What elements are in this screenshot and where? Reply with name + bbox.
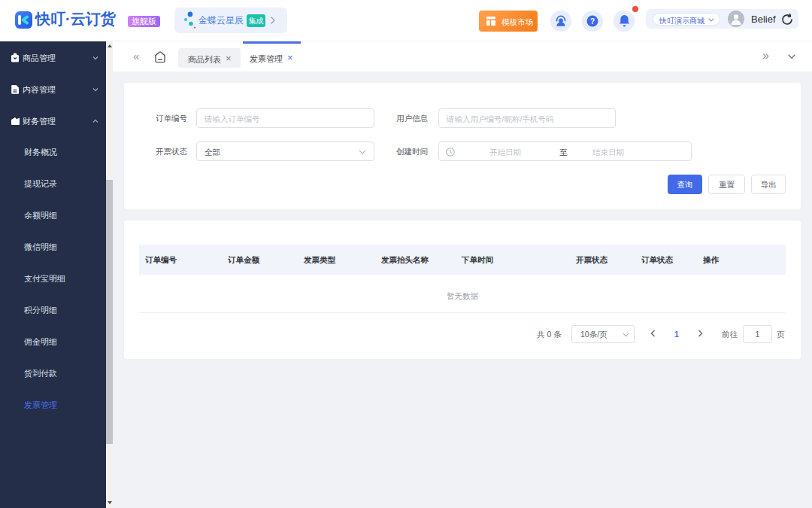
svg-text:?: ? xyxy=(589,17,594,26)
